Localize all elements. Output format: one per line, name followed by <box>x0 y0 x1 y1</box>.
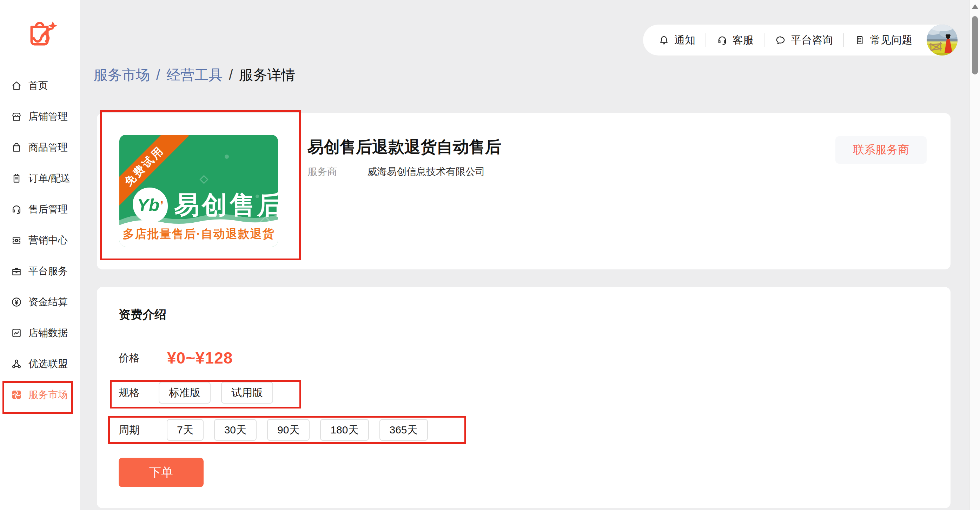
coupon-icon <box>11 234 22 246</box>
sidebar: 首页 店铺管理 商品管理 订单/配送 售后管理 营销中心 <box>0 0 80 510</box>
breadcrumb-service-market[interactable]: 服务市场 <box>94 65 150 84</box>
sidebar-item-shop-data[interactable]: 店铺数据 <box>0 317 80 348</box>
sidebar-item-platform-services[interactable]: 平台服务 <box>0 256 80 287</box>
scrollbar-up-arrow-icon[interactable] <box>972 4 978 9</box>
decor-diamond <box>199 175 208 184</box>
sidebar-item-label: 服务市场 <box>29 388 68 402</box>
headset-icon <box>716 34 728 46</box>
sidebar-item-home[interactable]: 首页 <box>0 70 80 101</box>
chart-icon <box>11 327 22 339</box>
price-value: ¥0~¥128 <box>167 348 233 367</box>
sidebar-item-preferred-alliance[interactable]: 优选联盟 <box>0 348 80 379</box>
period-row: 周期 7天 30天 90天 180天 365天 <box>119 419 438 441</box>
home-icon <box>11 80 22 92</box>
service-market-detail-page: 首页 店铺管理 商品管理 订单/配送 售后管理 营销中心 <box>0 0 980 510</box>
vertical-scrollbar[interactable] <box>969 0 980 510</box>
top-header-bar: 通知 客服 平台咨询 常见问题 <box>643 25 958 56</box>
breadcrumb-separator: / <box>229 67 233 83</box>
breadcrumb: 服务市场 / 经营工具 / 服务详情 <box>94 65 295 84</box>
pricing-section-title: 资费介绍 <box>119 307 166 323</box>
header-item-label: 平台咨询 <box>791 33 833 48</box>
sidebar-item-label: 店铺数据 <box>29 326 68 339</box>
spec-label: 规格 <box>119 386 159 400</box>
app-logo-icon <box>23 16 60 52</box>
service-cover-image: 免费试用 Ybʼ 易创售后 多店批量售后·自动退款退货 <box>119 135 278 247</box>
service-provider-row: 服务商 威海易创信息技术有限公司 <box>307 165 485 178</box>
period-option-180d[interactable]: 180天 <box>320 419 369 441</box>
bell-icon <box>658 34 670 46</box>
notifications-button[interactable]: 通知 <box>648 33 705 48</box>
sidebar-item-aftersale-management[interactable]: 售后管理 <box>0 194 80 225</box>
yen-circle-icon <box>11 296 22 308</box>
service-title: 易创售后退款退货自动售后 <box>307 136 501 158</box>
user-avatar[interactable] <box>927 25 958 56</box>
faq-button[interactable]: 常见问题 <box>844 33 923 48</box>
customer-service-button[interactable]: 客服 <box>706 33 764 48</box>
period-option-7d[interactable]: 7天 <box>167 419 204 441</box>
sidebar-item-label: 首页 <box>29 79 48 92</box>
platform-consult-button[interactable]: 平台咨询 <box>765 33 843 48</box>
sidebar-item-label: 订单/配送 <box>29 172 70 185</box>
spec-option-trial[interactable]: 试用版 <box>221 382 273 403</box>
header-item-label: 通知 <box>674 33 695 48</box>
spec-option-standard[interactable]: 标准版 <box>159 382 211 403</box>
briefcase-icon <box>11 265 22 277</box>
shopping-bag-icon <box>11 142 22 153</box>
period-option-365d[interactable]: 365天 <box>379 419 428 441</box>
spec-row: 规格 标准版 试用版 <box>119 382 283 403</box>
sidebar-item-label: 资金结算 <box>29 295 68 309</box>
period-option-90d[interactable]: 90天 <box>267 419 310 441</box>
network-icon <box>11 358 22 370</box>
decor-dot <box>224 155 229 159</box>
sidebar-item-funds-settlement[interactable]: 资金结算 <box>0 287 80 317</box>
sidebar-nav: 首页 店铺管理 商品管理 订单/配送 售后管理 营销中心 <box>0 70 80 410</box>
sidebar-item-label: 售后管理 <box>29 202 68 216</box>
contact-provider-button[interactable]: 联系服务商 <box>835 136 927 164</box>
sidebar-item-label: 营销中心 <box>29 234 68 247</box>
period-label: 周期 <box>119 423 167 437</box>
sidebar-item-marketing-center[interactable]: 营销中心 <box>0 225 80 256</box>
sidebar-item-product-management[interactable]: 商品管理 <box>0 132 80 163</box>
storefront-icon <box>11 111 22 123</box>
breadcrumb-business-tools[interactable]: 经营工具 <box>166 65 223 84</box>
headset-icon <box>11 203 22 215</box>
scrollbar-thumb[interactable] <box>972 16 978 75</box>
provider-name: 威海易创信息技术有限公司 <box>367 165 485 178</box>
service-tagline: 多店批量售后·自动退款退货 <box>119 226 278 242</box>
avatar-photo <box>927 25 958 56</box>
sidebar-item-label: 优选联盟 <box>29 357 68 371</box>
order-list-icon <box>11 172 22 185</box>
header-item-label: 客服 <box>733 33 754 48</box>
breadcrumb-separator: / <box>156 67 160 83</box>
service-header-card: 免费试用 Ybʼ 易创售后 多店批量售后·自动退款退货 易创售后退款退货自动售后… <box>97 113 950 269</box>
puzzle-icon <box>11 389 22 401</box>
header-item-label: 常见问题 <box>870 33 912 48</box>
provider-label: 服务商 <box>307 165 337 178</box>
period-option-30d[interactable]: 30天 <box>214 419 256 441</box>
sidebar-item-service-market[interactable]: 服务市场 <box>0 379 80 410</box>
price-row: 价格 ¥0~¥128 <box>119 345 233 371</box>
sidebar-item-label: 平台服务 <box>29 265 68 278</box>
chat-bubble-icon <box>775 34 786 46</box>
sidebar-item-label: 店铺管理 <box>29 110 68 123</box>
pricing-card: 资费介绍 价格 ¥0~¥128 规格 标准版 试用版 周期 7天 30天 90天… <box>97 287 950 508</box>
place-order-button[interactable]: 下单 <box>119 457 204 487</box>
sidebar-item-label: 商品管理 <box>29 141 68 154</box>
price-label: 价格 <box>119 351 140 365</box>
sidebar-item-orders-delivery[interactable]: 订单/配送 <box>0 163 80 194</box>
faq-doc-icon <box>854 34 865 46</box>
breadcrumb-service-detail: 服务详情 <box>239 65 295 84</box>
sidebar-item-shop-management[interactable]: 店铺管理 <box>0 101 80 132</box>
